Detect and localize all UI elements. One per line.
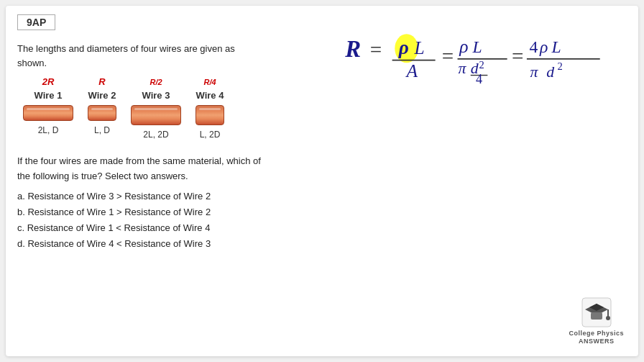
wire2-dim: L, D bbox=[94, 125, 110, 135]
wire3-visual bbox=[131, 105, 181, 125]
svg-text:ρ: ρ bbox=[539, 37, 548, 56]
option-a: a. Resistance of Wire 3 > Resistance of … bbox=[17, 189, 298, 204]
svg-text:=: = bbox=[370, 38, 382, 61]
svg-text:L: L bbox=[414, 37, 425, 58]
wires-section: 2R Wire 1 2L, D R Wire 2 L, D R/2 Wire 3… bbox=[23, 76, 298, 140]
wire1-dim: 2L, D bbox=[38, 125, 59, 135]
wire4-label: Wire 4 bbox=[196, 90, 224, 101]
wire-item-2: R Wire 2 L, D bbox=[88, 76, 116, 140]
intro-line2: shown. bbox=[17, 58, 47, 68]
logo-icon-svg bbox=[581, 297, 612, 328]
wire-item-3: R/2 Wire 3 2L, 2D bbox=[131, 76, 181, 140]
svg-text:R: R bbox=[344, 36, 361, 62]
intro-line1: The lengths and diameters of four wires … bbox=[17, 43, 235, 54]
wire1-visual bbox=[23, 105, 73, 121]
svg-text:2: 2 bbox=[558, 60, 563, 72]
wire4-annotation: R/4 bbox=[203, 76, 216, 89]
logo-text: College Physics ANSWERS bbox=[569, 330, 624, 346]
option-d: d. Resistance of Wire 4 < Resistance of … bbox=[17, 236, 298, 252]
formula-svg: R = ρ L A = ρ L π d 2 4 = bbox=[325, 14, 627, 86]
wire4-visual bbox=[196, 105, 224, 125]
svg-text:L: L bbox=[551, 37, 561, 56]
svg-point-28 bbox=[606, 316, 610, 320]
wire-item-4: R/4 Wire 4 L, 2D bbox=[196, 76, 224, 140]
svg-text:4: 4 bbox=[476, 72, 482, 86]
svg-text:π: π bbox=[458, 60, 466, 77]
wire2-visual bbox=[88, 105, 116, 121]
svg-text:L: L bbox=[472, 37, 482, 56]
svg-text:=: = bbox=[442, 45, 454, 68]
svg-text:π: π bbox=[530, 63, 538, 81]
wire1-label: Wire 1 bbox=[34, 90, 63, 101]
wire3-dim: 2L, 2D bbox=[143, 130, 168, 140]
logo: College Physics ANSWERS bbox=[569, 297, 624, 346]
svg-text:A: A bbox=[405, 60, 418, 81]
left-panel: The lengths and diameters of four wires … bbox=[17, 42, 298, 252]
intro-text: The lengths and diameters of four wires … bbox=[17, 42, 298, 70]
wire2-label: Wire 2 bbox=[88, 90, 116, 101]
logo-line1: College Physics bbox=[569, 330, 624, 337]
right-panel: R = ρ L A = ρ L π d 2 4 = bbox=[325, 14, 627, 86]
wire2-annotation: R bbox=[98, 76, 105, 89]
wire1-annotation: 2R bbox=[42, 76, 55, 89]
svg-text:ρ: ρ bbox=[459, 36, 468, 57]
svg-text:2: 2 bbox=[479, 59, 484, 71]
option-b: b. Resistance of Wire 1 > Resistance of … bbox=[17, 204, 298, 220]
title-text: 9AP bbox=[27, 17, 46, 28]
svg-text:=: = bbox=[512, 45, 523, 68]
svg-text:4: 4 bbox=[530, 37, 538, 56]
wire3-label: Wire 3 bbox=[142, 90, 170, 101]
title-box: 9AP bbox=[17, 14, 55, 30]
logo-line2: ANSWERS bbox=[579, 338, 615, 345]
wire3-annotation: R/2 bbox=[150, 76, 162, 89]
question-section: If the four wires are made from the same… bbox=[17, 154, 298, 252]
option-c: c. Resistance of Wire 1 < Resistance of … bbox=[17, 220, 298, 236]
wire4-dim: L, 2D bbox=[200, 130, 221, 140]
question-text: If the four wires are made from the same… bbox=[17, 154, 298, 184]
wire-item-1: 2R Wire 1 2L, D bbox=[23, 76, 73, 140]
svg-rect-29 bbox=[591, 312, 602, 320]
svg-text:ρ: ρ bbox=[398, 37, 409, 58]
svg-text:d: d bbox=[546, 63, 554, 81]
main-content: 9AP The lengths and diameters of four wi… bbox=[6, 6, 638, 356]
